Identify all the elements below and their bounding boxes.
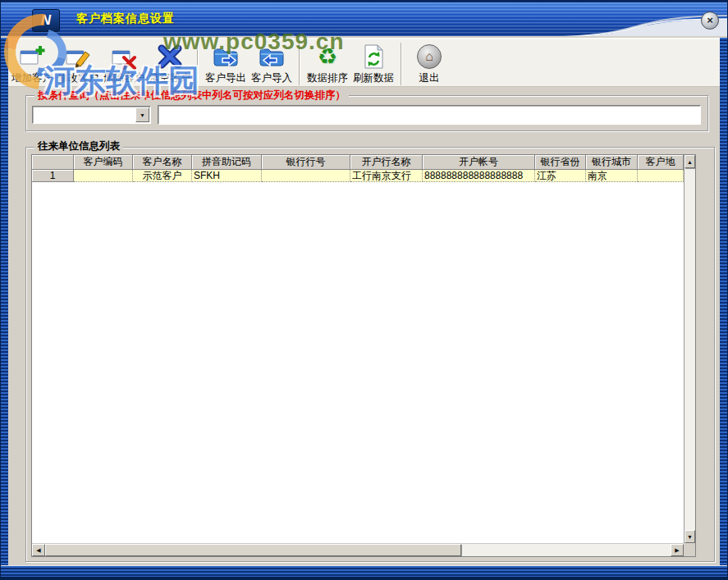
toolbar-button-import-customer[interactable]: 客户导入: [249, 41, 295, 87]
title-bar: N 客户档案信息设置 ×: [1, 1, 728, 36]
column-header-rowno[interactable]: [32, 155, 74, 170]
edit-customer-icon: [64, 43, 92, 71]
refresh-document-icon: [359, 43, 387, 71]
horizontal-scrollbar-thumb[interactable]: [45, 544, 461, 556]
column-header-customer-name[interactable]: 客户名称: [133, 155, 192, 170]
scroll-down-icon[interactable]: ▼: [685, 530, 695, 543]
add-customer-icon: [18, 43, 46, 71]
titlebar-swoosh-decoration: [450, 2, 728, 36]
toolbar-button-delete-customer[interactable]: 删除客户: [101, 41, 147, 87]
app-window: N 客户档案信息设置 × 增加客户: [0, 0, 728, 580]
column-header-bank-province[interactable]: 银行省份: [535, 155, 586, 170]
import-folder-icon: [258, 43, 286, 71]
clear-customer-icon: [156, 43, 184, 71]
toolbar-button-label: 退出: [419, 71, 440, 85]
query-field-select[interactable]: ▼: [32, 106, 151, 124]
close-button[interactable]: ×: [701, 11, 719, 30]
toolbar-button-label: 增加客户: [11, 71, 53, 85]
cell-customer-code: [74, 170, 133, 182]
sort-recycle-icon: ♻: [314, 43, 341, 71]
query-groupbox-title: 按条件查询（点击往来单位信息列表中列名可按对应列名切换排序）: [34, 89, 349, 103]
scrollbar-corner: [684, 543, 695, 556]
chevron-down-icon[interactable]: ▼: [135, 107, 149, 122]
toolbar-separator: [197, 43, 199, 85]
cell-bank-city: 南京: [586, 170, 638, 182]
window-border-right: [720, 38, 727, 576]
customer-grid: 客户编码 客户名称 拼音助记码 银行行号 开户行名称 开户帐号 银行省份 银行城…: [31, 154, 696, 557]
scroll-up-icon[interactable]: ▲: [685, 155, 695, 168]
toolbar-button-add-customer[interactable]: 增加客户: [9, 41, 55, 87]
cell-row-number: 1: [32, 170, 74, 182]
scroll-left-icon[interactable]: ◀: [32, 544, 45, 556]
toolbar-button-label: 清空客户: [149, 71, 190, 85]
toolbar-button-exit[interactable]: ⌂ 退出: [406, 41, 452, 87]
window-border-bottom: [1, 565, 727, 579]
column-header-bank-city[interactable]: 银行城市: [586, 155, 638, 170]
horizontal-scrollbar[interactable]: ◀ ▶: [32, 543, 684, 556]
cell-pinyin-code: SFKH: [192, 170, 262, 182]
toolbar-button-clear-customer[interactable]: 清空客户: [147, 41, 193, 87]
list-groupbox-title: 往来单位信息列表: [34, 139, 123, 153]
column-header-bank-number[interactable]: 银行行号: [262, 155, 350, 170]
cell-bank-name: 工行南京支行: [350, 170, 423, 182]
scroll-right-icon[interactable]: ▶: [671, 544, 684, 556]
table-row[interactable]: 1 示范客户 SFKH 工行南京支行 888888888888888888 江苏…: [32, 170, 684, 182]
cell-customer-addr: [638, 170, 684, 182]
exit-home-icon: ⌂: [415, 43, 443, 71]
query-keyword-input[interactable]: [158, 105, 701, 125]
window-border-left: [1, 38, 8, 576]
toolbar-button-label: 客户导入: [251, 71, 292, 85]
window-system-icon[interactable]: N: [32, 9, 60, 32]
toolbar-button-edit-customer[interactable]: 修改客户: [55, 41, 101, 87]
toolbar-button-sort-data[interactable]: ♻ 数据排序: [304, 41, 350, 87]
toolbar-button-label: 数据排序: [307, 71, 348, 85]
column-header-pinyin-code[interactable]: 拼音助记码: [192, 155, 262, 170]
column-header-customer-code[interactable]: 客户编码: [74, 155, 133, 170]
delete-customer-icon: [110, 43, 138, 71]
vertical-scrollbar[interactable]: ▲ ▼: [684, 155, 695, 543]
toolbar-button-refresh-data[interactable]: 刷新数据: [350, 41, 396, 87]
toolbar-button-label: 删除客户: [103, 71, 144, 85]
cell-bank-province: 江苏: [535, 170, 586, 182]
list-groupbox: 往来单位信息列表 客户编码 客户名称 拼音助记码 银行行号 开户行名称 开户帐号…: [25, 147, 715, 562]
toolbar-button-label: 修改客户: [57, 71, 98, 85]
toolbar-button-label: 刷新数据: [353, 71, 394, 85]
toolbar-button-label: 客户导出: [205, 71, 246, 85]
export-folder-icon: [212, 43, 240, 71]
column-header-account-no[interactable]: 开户帐号: [423, 155, 535, 170]
column-header-bank-name[interactable]: 开户行名称: [350, 155, 423, 170]
cell-bank-number: [262, 170, 350, 182]
toolbar: 增加客户 修改客户 删除客户: [2, 38, 727, 87]
toolbar-button-export-customer[interactable]: 客户导出: [203, 41, 249, 87]
window-title: 客户档案信息设置: [76, 11, 175, 26]
column-header-customer-addr[interactable]: 客户地: [638, 155, 684, 170]
cell-customer-name: 示范客户: [133, 170, 192, 182]
grid-header-row: 客户编码 客户名称 拼音助记码 银行行号 开户行名称 开户帐号 银行省份 银行城…: [32, 155, 684, 170]
query-groupbox: 按条件查询（点击往来单位信息列表中列名可按对应列名切换排序） ▼: [25, 95, 708, 131]
toolbar-separator: [299, 43, 300, 85]
cell-account-no: 888888888888888888: [423, 170, 535, 182]
toolbar-separator: [401, 43, 402, 85]
